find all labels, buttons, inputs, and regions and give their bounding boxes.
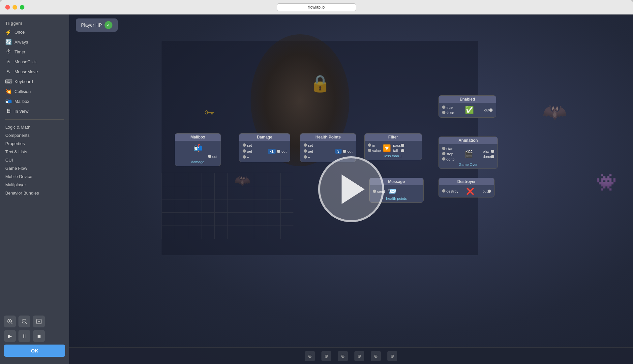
hp-get-port bbox=[304, 149, 307, 153]
sidebar-item-mousemove[interactable]: ↖ MouseMove bbox=[0, 67, 69, 76]
player-hp-tag[interactable]: Player HP ✓ bbox=[76, 18, 118, 32]
anim-done-port bbox=[491, 155, 494, 158]
always-label: Always bbox=[15, 40, 28, 45]
enabled-node-header: Enabled bbox=[439, 96, 496, 103]
enabled-false-port bbox=[442, 111, 445, 114]
close-button[interactable] bbox=[5, 5, 10, 10]
enabled-true-port bbox=[442, 106, 445, 109]
node-mailbox[interactable]: Mailbox 📬 out damage bbox=[175, 133, 221, 166]
damage-value: -1 bbox=[268, 149, 276, 154]
hp-node-header: Health Points bbox=[300, 134, 356, 141]
destroyer-node-header: Destroyer bbox=[439, 178, 494, 185]
ok-button[interactable]: OK bbox=[4, 345, 65, 357]
url-bar[interactable]: flowlab.io bbox=[277, 3, 356, 11]
filter-fail-port bbox=[401, 149, 404, 152]
mailbox-node-icon: 📬 bbox=[178, 144, 217, 153]
svg-line-5 bbox=[26, 323, 27, 324]
inview-label: In View bbox=[15, 109, 28, 114]
sidebar: Triggers ⚡ Once 🔄 Always ⏱ Timer 🖱 Mouse… bbox=[0, 15, 69, 364]
toolbar-icon-4[interactable]: ⊕ bbox=[354, 351, 364, 361]
sidebar-item-mailbox[interactable]: 📬 Mailbox bbox=[0, 96, 69, 106]
damage-plus-port bbox=[243, 155, 246, 159]
mousemove-label: MouseMove bbox=[15, 69, 38, 74]
minimize-button[interactable] bbox=[13, 5, 17, 10]
sidebar-item-timer[interactable]: ⏱ Timer bbox=[0, 47, 69, 57]
enabled-check-icon: ✓ bbox=[105, 21, 112, 29]
node-animation[interactable]: Animation start stop go to bbox=[438, 136, 498, 169]
keyboard-label: Keyboard bbox=[15, 79, 33, 84]
node-destroyer[interactable]: Destroyer destroy ❌ out bbox=[438, 178, 495, 197]
play-triangle-icon bbox=[342, 174, 365, 204]
enabled-node-body: true false ✅ out bbox=[439, 103, 496, 117]
player-hp-label: Player HP bbox=[81, 22, 102, 28]
sidebar-category-bundles[interactable]: Behavior Bundles bbox=[0, 189, 69, 197]
canvas-header: Player HP ✓ bbox=[76, 18, 118, 32]
zoom-in-button[interactable] bbox=[4, 316, 16, 327]
sidebar-item-collision[interactable]: 💥 Collision bbox=[0, 86, 69, 96]
filter-sublabel: less than 1 bbox=[368, 154, 418, 158]
filter-node-header: Filter bbox=[365, 134, 422, 141]
sidebar-item-keyboard[interactable]: ⌨ Keyboard bbox=[0, 76, 69, 86]
enabled-out-port bbox=[489, 108, 493, 112]
sidebar-bottom: ▶ ⏸ ⏹ OK bbox=[0, 312, 69, 360]
filter-fail-row: fail bbox=[393, 148, 404, 153]
sidebar-item-mouseclick[interactable]: 🖱 MouseClick bbox=[0, 57, 69, 67]
sidebar-category-logic[interactable]: Logic & Math bbox=[0, 123, 69, 131]
damage-node-body: set get -1 out + bbox=[239, 141, 290, 162]
maximize-button[interactable] bbox=[20, 5, 24, 10]
sidebar-item-once[interactable]: ⚡ Once bbox=[0, 27, 69, 37]
anim-stop-row: stop bbox=[442, 151, 455, 157]
destroyer-destroy-port bbox=[442, 189, 445, 193]
play-overlay-button[interactable] bbox=[318, 156, 384, 222]
inview-icon: 🖥 bbox=[5, 108, 12, 114]
damage-get-port bbox=[243, 149, 246, 153]
node-damage[interactable]: Damage set get -1 out + bbox=[239, 133, 290, 162]
node-filter[interactable]: Filter in value 🔽 bbox=[364, 133, 422, 160]
stop-button[interactable]: ⏹ bbox=[33, 330, 45, 342]
toolbar-icon-1[interactable]: ⊕ bbox=[305, 351, 315, 361]
mousemove-icon: ↖ bbox=[5, 68, 12, 75]
sidebar-category-text[interactable]: Text & Lists bbox=[0, 148, 69, 156]
zoom-out-button[interactable] bbox=[18, 316, 30, 327]
sidebar-category-multiplayer[interactable]: Multiplayer bbox=[0, 181, 69, 189]
filter-in-row: in bbox=[368, 143, 381, 148]
toolbar-icon-3[interactable]: ⊕ bbox=[338, 351, 348, 361]
traffic-lights bbox=[5, 5, 24, 10]
titlebar: flowlab.io bbox=[0, 0, 633, 15]
app-body: Triggers ⚡ Once 🔄 Always ⏱ Timer 🖱 Mouse… bbox=[0, 15, 633, 364]
always-icon: 🔄 bbox=[5, 39, 12, 45]
enabled-out-row: out bbox=[484, 107, 493, 113]
sidebar-category-mobile[interactable]: Mobile Device bbox=[0, 172, 69, 181]
anim-goto-port bbox=[442, 157, 445, 161]
node-enabled[interactable]: Enabled true false ✅ bbox=[438, 95, 496, 118]
hp-get-row: get 3 out bbox=[304, 148, 352, 155]
filter-icon: 🔽 bbox=[383, 144, 391, 152]
toolbar-icon-5[interactable]: ⊕ bbox=[371, 351, 381, 361]
collision-label: Collision bbox=[15, 89, 31, 94]
sidebar-category-properties[interactable]: Properties bbox=[0, 139, 69, 148]
enabled-true-row: true bbox=[442, 105, 454, 110]
hp-plus-port bbox=[304, 155, 307, 159]
toolbar-icon-2[interactable]: ⊕ bbox=[321, 351, 331, 361]
sidebar-divider bbox=[5, 119, 64, 120]
playback-controls: ▶ ⏸ ⏹ bbox=[4, 330, 65, 342]
damage-node-header: Damage bbox=[239, 134, 290, 141]
keyboard-icon: ⌨ bbox=[5, 78, 12, 85]
toolbar-icon-6[interactable]: ⊕ bbox=[387, 351, 397, 361]
sidebar-category-gui[interactable]: GUI bbox=[0, 156, 69, 164]
filter-pass-row: pass bbox=[393, 143, 404, 148]
sidebar-category-components[interactable]: Components bbox=[0, 131, 69, 139]
zoom-controls bbox=[4, 316, 65, 327]
sidebar-category-gameflow[interactable]: Game Flow bbox=[0, 164, 69, 172]
play-button[interactable]: ▶ bbox=[4, 330, 16, 342]
pause-button[interactable]: ⏸ bbox=[18, 330, 30, 342]
reset-zoom-button[interactable] bbox=[33, 316, 45, 327]
animation-node-header: Animation bbox=[439, 137, 497, 144]
main-canvas[interactable]: 🔒 🦇 🦇 🗝 👾 Player HP ✓ bbox=[69, 15, 633, 364]
sidebar-item-inview[interactable]: 🖥 In View bbox=[0, 106, 69, 116]
sidebar-item-always[interactable]: 🔄 Always bbox=[0, 37, 69, 47]
once-icon: ⚡ bbox=[5, 29, 12, 35]
anim-play-port bbox=[491, 150, 494, 153]
filter-node-body: in value 🔽 pass fail bbox=[365, 141, 422, 160]
enabled-false-row: false bbox=[442, 110, 454, 115]
